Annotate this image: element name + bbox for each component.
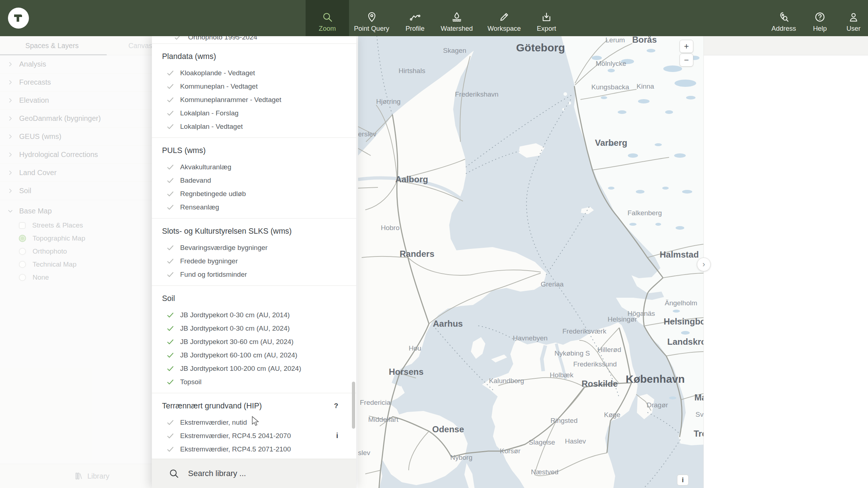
check-icon bbox=[166, 324, 174, 332]
library-layer-item[interactable]: Kloakoplande - Vedtaget bbox=[162, 66, 338, 80]
city-label: Skagen bbox=[443, 47, 466, 54]
library-panel: Orthophoto 1995-2024 Plandata (wms)Kloak… bbox=[152, 36, 356, 488]
library-button[interactable]: Library bbox=[75, 472, 109, 480]
library-layer-item[interactable]: JB Jordtypekort 30-60 cm (AU, 2024) bbox=[162, 335, 338, 348]
basemap-option-streets-places[interactable]: Streets & Places bbox=[0, 219, 152, 232]
map-zoom-out-button[interactable]: − bbox=[680, 54, 693, 67]
map-info-button[interactable]: i bbox=[677, 475, 689, 485]
library-layer-item[interactable]: Fredede bygninger bbox=[162, 254, 338, 268]
library-layer-item[interactable]: Lokalplan - Forslag bbox=[162, 106, 338, 120]
library-layer-item[interactable]: Bevaringsværdige bygninger bbox=[162, 241, 338, 254]
sidebar-group-geus-wms-[interactable]: GEUS (wms) bbox=[0, 128, 152, 146]
active-tab-underline bbox=[0, 54, 107, 55]
topographic-map[interactable]: SkagenGöteborgLerumBoråsMölnlyckeHirtsha… bbox=[358, 36, 703, 488]
library-layer-label: Fund og fortidsminder bbox=[180, 271, 338, 279]
check-icon bbox=[166, 432, 174, 440]
radio-icon bbox=[19, 248, 26, 255]
city-label: Kinna bbox=[637, 82, 654, 90]
nav-user[interactable]: User bbox=[837, 0, 868, 36]
section-help-button[interactable]: ? bbox=[334, 402, 338, 410]
search-input[interactable] bbox=[187, 468, 319, 479]
user-icon bbox=[848, 12, 859, 22]
tab-spaces-and-layers[interactable]: Spaces & Layers bbox=[25, 36, 78, 55]
export-icon bbox=[541, 12, 552, 22]
panel-expand-button[interactable]: › bbox=[697, 258, 711, 271]
nav-address[interactable]: Address bbox=[764, 0, 804, 36]
city-label: Aalborg bbox=[395, 174, 428, 184]
check-icon bbox=[166, 163, 174, 171]
nav-watershed[interactable]: Watershed bbox=[433, 0, 480, 36]
library-layer-item[interactable]: Renseanlæg bbox=[162, 200, 338, 214]
city-label: Nykøbing S bbox=[554, 349, 590, 357]
library-clipped-item-label: Orthophoto 1995-2024 bbox=[188, 36, 257, 41]
library-layer-item[interactable]: Fund og fortidsminder bbox=[162, 268, 338, 281]
city-label: Mölnlycke bbox=[596, 60, 626, 67]
map-zoom-in-button[interactable]: + bbox=[680, 40, 693, 53]
nav-point-query[interactable]: Point Query bbox=[347, 0, 396, 36]
sidebar-group-hydrological-corrections[interactable]: Hydrological Corrections bbox=[0, 146, 152, 164]
sidebar-group-soil[interactable]: Soil bbox=[0, 182, 152, 200]
basemap-option-none[interactable]: None bbox=[0, 271, 152, 284]
map-canvas[interactable]: SkagenGöteborgLerumBoråsMölnlyckeHirtsha… bbox=[358, 36, 703, 488]
search-icon bbox=[169, 468, 179, 479]
sidebar-group-forecasts[interactable]: Forecasts bbox=[0, 73, 152, 92]
check-icon bbox=[166, 351, 174, 359]
library-layer-item[interactable]: Ekstremværdier, RCP4.5 2071-2100 bbox=[162, 442, 338, 456]
library-layer-item[interactable]: Topsoil bbox=[162, 375, 338, 389]
city-label: Randers bbox=[400, 249, 434, 259]
check-icon bbox=[174, 36, 182, 41]
watershed-icon bbox=[451, 12, 462, 22]
check-icon bbox=[166, 338, 174, 346]
library-layer-item[interactable]: Kommuneplan - Vedtaget bbox=[162, 80, 338, 93]
sidebar-group-elevation[interactable]: Elevation bbox=[0, 92, 152, 110]
sidebar-group-land-cover[interactable]: Land Cover bbox=[0, 164, 152, 182]
city-label: Kalundborg bbox=[489, 377, 524, 385]
chevron-right-icon bbox=[7, 79, 13, 85]
nav-workspace[interactable]: Workspace bbox=[479, 0, 529, 36]
pencil-icon bbox=[499, 12, 510, 22]
chevron-right-icon bbox=[7, 188, 13, 194]
library-layer-item[interactable]: Ekstremværdier, RCP4.5 2041-2070i bbox=[162, 429, 338, 442]
library-section-title: Soil bbox=[162, 294, 175, 303]
city-label: Frederikssund bbox=[573, 360, 617, 368]
library-layer-item[interactable]: JB Jordtypekort 0-30 cm (AU, 2014) bbox=[162, 308, 338, 322]
sidebar-group-base-map[interactable]: Base Map bbox=[0, 203, 152, 219]
library-layer-item[interactable]: JB Jordtypekort 100-200 cm (AU, 2024) bbox=[162, 362, 338, 375]
nav-profile[interactable]: Profile bbox=[394, 0, 436, 36]
sidebar-group-analysis[interactable]: Analysis bbox=[0, 55, 152, 73]
library-layer-item[interactable]: Ekstremværdier, nutid bbox=[162, 416, 338, 429]
nav-help[interactable]: Help bbox=[804, 0, 836, 36]
app-logo[interactable] bbox=[8, 8, 29, 29]
library-scrollbar-thumb[interactable] bbox=[352, 382, 355, 429]
nav-point-query-label: Point Query bbox=[354, 25, 390, 32]
library-layer-item[interactable]: Lokalplan - Vedtaget bbox=[162, 120, 338, 133]
analysis-panel bbox=[703, 36, 868, 488]
city-label: Frederikshavn bbox=[455, 90, 498, 98]
chevron-down-icon bbox=[7, 208, 13, 214]
library-layer-item[interactable]: Regnbetingede udløb bbox=[162, 187, 338, 200]
library-layer-item[interactable]: Akvakulturanlæg bbox=[162, 160, 338, 174]
library-layer-item[interactable]: JB Jordtypekort 60-100 cm (AU, 2024) bbox=[162, 348, 338, 362]
basemap-option-topographic-map[interactable]: Topographic Map bbox=[0, 232, 152, 245]
city-label: Kungsbacka bbox=[591, 83, 629, 91]
basemap-option-technical-map[interactable]: Technical Map bbox=[0, 258, 152, 271]
library-scroll-area[interactable]: Orthophoto 1995-2024 Plandata (wms)Kloak… bbox=[152, 36, 356, 459]
nav-zoom[interactable]: Zoom bbox=[306, 0, 349, 36]
nav-export[interactable]: Export bbox=[527, 0, 566, 36]
library-clipped-item[interactable]: Orthophoto 1995-2024 bbox=[174, 36, 257, 43]
city-label: Aarhus bbox=[433, 319, 463, 328]
layer-info-button[interactable]: i bbox=[336, 432, 338, 440]
basemap-option-orthophoto[interactable]: Orthophoto bbox=[0, 245, 152, 258]
sidebar-group-geodanmark-bygninger-[interactable]: GeoDanmark (bygninger) bbox=[0, 110, 152, 128]
chevron-right-icon bbox=[7, 61, 13, 67]
nav-profile-label: Profile bbox=[405, 25, 424, 32]
city-label: Haslev bbox=[565, 437, 586, 445]
library-layer-item[interactable]: Badevand bbox=[162, 174, 338, 187]
check-icon bbox=[166, 203, 174, 211]
library-layer-item[interactable]: JB Jordtypekort 0-30 cm (AU, 2024) bbox=[162, 322, 338, 335]
library-layer-label: Lokalplan - Forslag bbox=[180, 109, 338, 117]
check-icon bbox=[166, 311, 174, 319]
library-layer-label: Kommuneplanrammer - Vedtaget bbox=[180, 96, 338, 104]
library-layer-item[interactable]: Kommuneplanrammer - Vedtaget bbox=[162, 93, 338, 106]
check-icon bbox=[166, 378, 174, 386]
